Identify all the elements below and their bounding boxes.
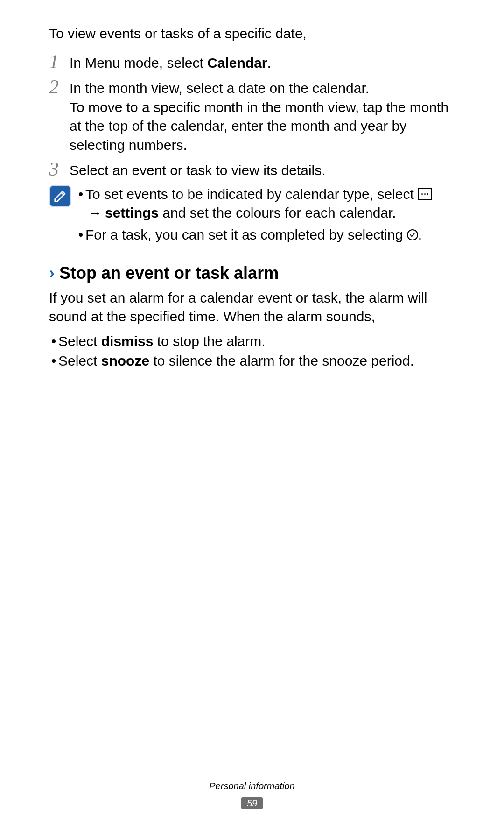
bullet-text: Select snooze to silence the alarm for t… — [58, 352, 414, 371]
footer-section-label: Personal information — [0, 780, 504, 792]
step-text-line1: In the month view, select a date on the … — [70, 79, 455, 98]
section-bullet-1: Select dismiss to stop the alarm. — [49, 332, 455, 351]
bullet-post: to stop the alarm. — [153, 333, 265, 349]
heading-text: Stop an event or task alarm — [59, 262, 279, 285]
page-number: 59 — [241, 797, 263, 809]
bullet-icon — [76, 226, 85, 245]
bullet-post: to silence the alarm for the snooze peri… — [149, 353, 414, 368]
note-text-pre: To set events to be indicated by calenda… — [85, 186, 418, 202]
note-icon — [49, 185, 71, 207]
step-body: In Menu mode, select Calendar. — [70, 52, 455, 73]
arrow-icon: → — [88, 205, 102, 220]
note-item-1: To set events to be indicated by calenda… — [76, 185, 455, 223]
check-circle-icon — [407, 229, 418, 240]
note-item-2: For a task, you can set it as completed … — [76, 226, 455, 245]
pencil-note-icon — [53, 189, 67, 203]
bullet-icon — [49, 352, 58, 371]
intro-text: To view events or tasks of a specific da… — [49, 24, 455, 43]
step-text: In Menu mode, select — [70, 55, 207, 71]
bullet-icon — [49, 332, 58, 351]
step-1: 1 In Menu mode, select Calendar. — [49, 52, 455, 73]
step-number: 3 — [49, 159, 70, 180]
step-text: Select an event or task to view its deta… — [70, 161, 455, 180]
note-body: To set events to be indicated by calenda… — [70, 185, 455, 247]
section-intro: If you set an alarm for a calendar event… — [49, 289, 455, 326]
section-bullets: Select dismiss to stop the alarm. Select… — [49, 332, 455, 371]
section-heading: › Stop an event or task alarm — [49, 262, 455, 285]
step-number: 1 — [49, 52, 70, 73]
step-body: In the month view, select a date on the … — [70, 77, 455, 155]
numbered-steps: 1 In Menu mode, select Calendar. 2 In th… — [49, 52, 455, 180]
note-text: For a task, you can set it as completed … — [85, 226, 455, 245]
section-bullet-2: Select snooze to silence the alarm for t… — [49, 352, 455, 371]
note-text: To set events to be indicated by calenda… — [85, 185, 455, 223]
note-text-bold: settings — [105, 205, 159, 220]
bullet-pre: Select — [58, 333, 101, 349]
note-text-post: . — [418, 227, 422, 242]
bullet-pre: Select — [58, 353, 101, 368]
page-footer: Personal information 59 — [0, 780, 504, 812]
more-menu-icon — [418, 188, 432, 200]
step-3: 3 Select an event or task to view its de… — [49, 159, 455, 180]
step-text-bold: Calendar — [207, 55, 267, 71]
note-text-pre: For a task, you can set it as completed … — [85, 227, 407, 242]
step-2: 2 In the month view, select a date on th… — [49, 77, 455, 155]
step-body: Select an event or task to view its deta… — [70, 159, 455, 180]
bullet-bold: dismiss — [101, 333, 154, 349]
note-text-post: and set the colours for each calendar. — [159, 205, 396, 220]
note-icon-wrap — [49, 185, 70, 247]
step-text-post: . — [267, 55, 271, 71]
bullet-text: Select dismiss to stop the alarm. — [58, 332, 266, 351]
note-block: To set events to be indicated by calenda… — [49, 185, 455, 247]
bullet-bold: snooze — [101, 353, 149, 368]
bullet-icon — [76, 185, 85, 223]
chevron-icon: › — [49, 265, 55, 282]
step-text-line2: To move to a specific month in the month… — [70, 98, 455, 155]
step-number: 2 — [49, 77, 70, 155]
